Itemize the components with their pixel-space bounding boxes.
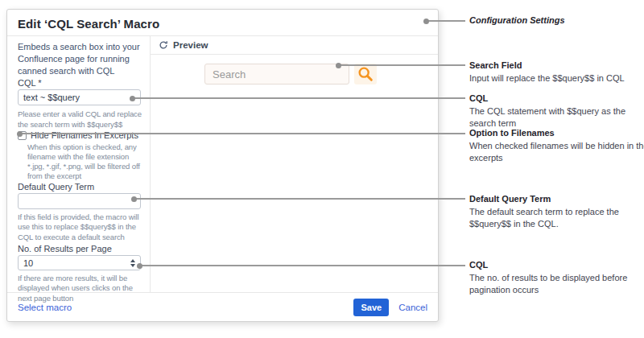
edit-macro-dialog: Edit ‘CQL Search’ Macro Embeds a search … xyxy=(6,9,439,322)
annotation-option-to-filenames: Option to Filenames When checked filenam… xyxy=(469,127,644,164)
dialog-footer: Select macro Save Cancel xyxy=(7,292,438,321)
default-query-help-text: If this field is provided, the macro wil… xyxy=(18,212,145,242)
connector-default-query-term xyxy=(134,198,465,200)
stepper-up-arrow xyxy=(130,259,135,262)
connector-cql xyxy=(133,97,465,99)
macro-config-panel: Embeds a search box into your Confluence… xyxy=(7,36,150,292)
annotation-cql: CQL The CQL statement with $$query as th… xyxy=(469,93,630,130)
annotation-default-query-term: Default Query Term The default search te… xyxy=(469,193,630,230)
annotation-body: The no. of results to be displayed befor… xyxy=(469,272,640,296)
hide-filenames-help-text: When this option is checked, any filenam… xyxy=(27,142,147,181)
cql-input[interactable] xyxy=(18,89,141,105)
connector-dot xyxy=(423,19,429,24)
connector-configuration-settings xyxy=(427,20,465,22)
save-button[interactable]: Save xyxy=(353,299,389,316)
dialog-title: Edit ‘CQL Search’ Macro xyxy=(18,17,159,31)
cql-field-label: CQL * xyxy=(18,78,42,88)
connector-option-to-filenames xyxy=(20,133,465,134)
preview-title: Preview xyxy=(173,40,208,50)
annotation-body: When checked filenames will be hidden in… xyxy=(469,140,644,164)
annotation-search-field: Search Field Input will replace the $$qu… xyxy=(469,60,644,84)
footer-actions: Save Cancel xyxy=(353,299,427,316)
connector-dot xyxy=(17,131,23,137)
preview-search-widget xyxy=(204,64,377,84)
connector-dot xyxy=(336,63,341,68)
preview-search-input[interactable] xyxy=(204,64,349,84)
cql-help-text: Please enter a valid CQL and replace the… xyxy=(18,109,145,130)
cancel-link[interactable]: Cancel xyxy=(398,303,427,312)
connector-search-field xyxy=(339,64,465,66)
results-per-page-label: No. of Results per Page xyxy=(18,244,112,254)
connector-dot xyxy=(137,263,142,269)
annotation-title: Configuration Settings xyxy=(469,14,642,27)
required-marker: * xyxy=(38,78,41,88)
annotation-title: Default Query Term xyxy=(469,193,630,205)
preview-panel: Preview xyxy=(151,36,438,292)
preview-header: Preview xyxy=(151,36,438,55)
select-macro-link[interactable]: Select macro xyxy=(18,303,72,312)
annotation-results-cql: CQL The no. of results to be displayed b… xyxy=(469,259,640,296)
hide-filenames-label: Hide Filenames in Excerpts xyxy=(31,130,138,140)
stepper-down-arrow xyxy=(130,264,135,267)
annotated-macro-editor-screenshot: Edit ‘CQL Search’ Macro Embeds a search … xyxy=(0,0,644,338)
connector-dot xyxy=(130,96,135,101)
search-submit-button[interactable] xyxy=(354,64,377,84)
default-query-input[interactable] xyxy=(18,193,141,209)
annotation-title: Option to Filenames xyxy=(469,127,644,139)
annotation-title: CQL xyxy=(469,93,630,105)
macro-description: Embeds a search box into your Confluence… xyxy=(18,41,142,77)
up-down-stepper-icon[interactable] xyxy=(130,259,135,267)
annotation-body: The default search term to replace the $… xyxy=(469,206,630,230)
annotation-body: The CQL statement with $$query as the se… xyxy=(469,105,630,130)
annotation-body: Input will replace the $$query$$ in CQL xyxy=(469,72,644,84)
magnifier-icon xyxy=(357,65,374,83)
default-query-label: Default Query Term xyxy=(18,182,94,192)
annotation-configuration-settings: Configuration Settings xyxy=(469,14,642,27)
refresh-icon[interactable] xyxy=(159,40,168,50)
cql-label-text: CQL xyxy=(18,78,35,88)
results-per-page-value: 10 xyxy=(23,258,33,268)
hide-filenames-row[interactable]: Hide Filenames in Excerpts xyxy=(18,130,138,140)
connector-results-per-page xyxy=(140,265,465,266)
annotation-title: Search Field xyxy=(469,60,644,72)
results-per-page-select[interactable]: 10 xyxy=(18,255,141,270)
connector-dot xyxy=(131,196,137,202)
annotation-title: CQL xyxy=(469,259,640,271)
